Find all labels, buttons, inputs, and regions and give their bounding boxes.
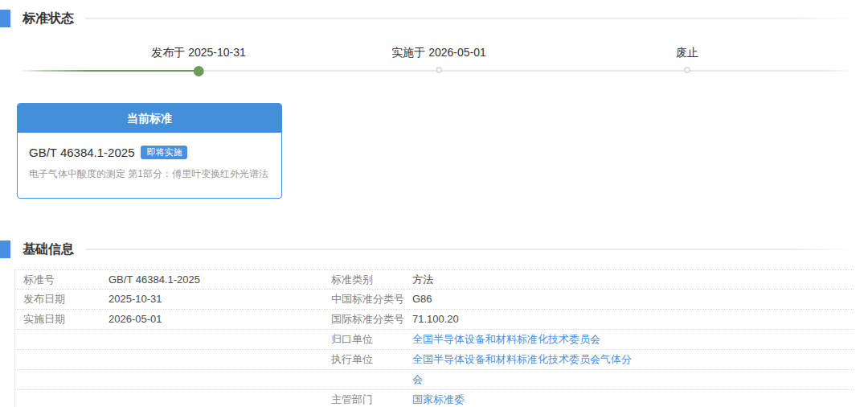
standard-description: 电子气体中酸度的测定 第1部分：傅里叶变换红外光谱法: [29, 167, 270, 180]
executing-unit-link[interactable]: 全国半导体设备和材料标准化技术委员会气体分: [412, 350, 854, 369]
standard-code: GB/T 46384.1-2025: [29, 146, 134, 159]
table-row: 主管部门 国家标准委: [15, 390, 854, 407]
current-standard-card[interactable]: 当前标准 GB/T 46384.1-2025 即将实施 电子气体中酸度的测定 第…: [17, 103, 282, 199]
standard-category-value: 方法: [412, 270, 854, 290]
ics-code-value: 71.100.20: [412, 310, 854, 329]
current-standard-card-header: 当前标准: [18, 104, 281, 133]
section-marker: [0, 10, 10, 27]
milestone-label: 实施于 2026-05-01: [391, 45, 486, 60]
milestone-dot-pending: [436, 67, 442, 73]
implement-date-value: 2026-05-01: [108, 310, 331, 329]
current-standard-card-body: GB/T 46384.1-2025 即将实施 电子气体中酸度的测定 第1部分：傅…: [18, 133, 281, 198]
centralized-unit-link[interactable]: 全国半导体设备和材料标准化技术委员会: [412, 330, 854, 349]
table-row: 归口单位 全国半导体设备和材料标准化技术委员会: [15, 330, 854, 350]
basic-info-section-header: 基础信息: [0, 240, 854, 258]
table-row: 实施日期 2026-05-01 国际标准分类号 71.100.20: [15, 310, 854, 330]
implement-date-label: 实施日期: [23, 310, 108, 329]
milestone-implemented: 实施于 2026-05-01: [391, 45, 486, 60]
ccs-code-label: 中国标准分类号: [331, 290, 412, 309]
publish-date-label: 发布日期: [23, 290, 108, 309]
publish-date-value: 2025-10-31: [108, 290, 331, 309]
milestone-dot-reached: [193, 66, 203, 76]
standard-number-label: 标准号: [23, 270, 108, 290]
milestone-label: 发布于 2025-10-31: [151, 45, 246, 60]
milestone-label: 废止: [676, 45, 698, 60]
status-timeline: 发布于 2025-10-31 实施于 2026-05-01 废止: [0, 45, 868, 82]
milestone-abolished: 废止: [676, 45, 698, 60]
authority-label: 主管部门: [331, 390, 412, 407]
status-badge: 即将实施: [141, 146, 187, 159]
status-section-title: 标准状态: [23, 10, 74, 27]
table-row: 发布日期 2025-10-31 中国标准分类号 G86: [15, 290, 854, 310]
milestone-published: 发布于 2025-10-31: [151, 45, 246, 60]
section-marker: [0, 240, 10, 258]
ccs-code-value: G86: [412, 290, 854, 309]
ics-code-label: 国际标准分类号: [331, 310, 412, 329]
table-row: 标准号 GB/T 46384.1-2025 标准类别 方法: [15, 269, 854, 290]
executing-unit-label: 执行单位: [331, 350, 412, 369]
authority-link[interactable]: 国家标准委: [412, 390, 854, 407]
divider-line: [85, 249, 854, 250]
divider-line: [85, 18, 854, 19]
table-row: 会: [15, 370, 854, 390]
basic-info-section-title: 基础信息: [23, 241, 74, 258]
standard-category-label: 标准类别: [331, 270, 412, 290]
standard-number-value: GB/T 46384.1-2025: [108, 270, 331, 290]
basic-info-table: 标准号 GB/T 46384.1-2025 标准类别 方法 发布日期 2025-…: [14, 269, 854, 407]
milestone-dot-pending: [684, 67, 690, 73]
centralized-unit-label: 归口单位: [331, 330, 412, 349]
status-section-header: 标准状态: [0, 10, 854, 27]
timeline-track-reached: [19, 70, 199, 72]
executing-unit-link-wrap[interactable]: 会: [412, 370, 854, 389]
table-row: 执行单位 全国半导体设备和材料标准化技术委员会气体分: [15, 350, 854, 370]
